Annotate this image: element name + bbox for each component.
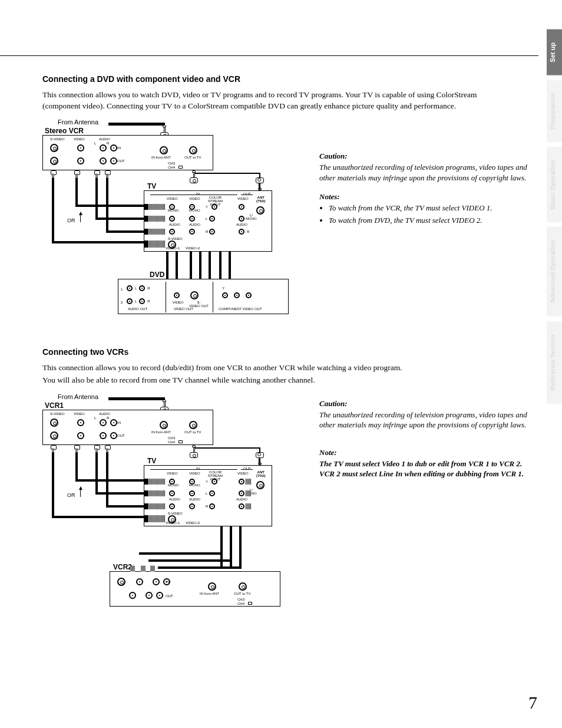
mono2: MONO (189, 209, 200, 212)
section1-title: Connecting a DVD with component video an… (42, 74, 538, 84)
cable-vid (75, 177, 78, 206)
tv-l-row (169, 216, 215, 222)
in-label: IN (117, 146, 121, 150)
section2-body2: You will also be able to record from one… (42, 375, 514, 386)
out-label: OUT (117, 159, 125, 163)
section1-side-text: Caution: The unauthorized recording of t… (319, 118, 538, 226)
note-item: To watch from DVD, the TV must select VI… (329, 215, 538, 226)
tv-plug-1 (144, 204, 166, 210)
audio1: AUDIO (169, 223, 180, 226)
section2-body1: This connection allows you to record (du… (42, 363, 514, 374)
or-arrow (79, 212, 82, 215)
video-label: VIDEO (74, 137, 85, 141)
from-antenna-label: From Antenna (58, 118, 98, 126)
audio-out-lbl: AUDIO OUT (128, 307, 147, 311)
tv-video-out: VIDEO (237, 197, 249, 200)
audio2: AUDIO (189, 223, 200, 226)
svideo-lbl: S-VIDEO (168, 237, 183, 241)
vcr-ant-in (160, 146, 168, 154)
ch3-label: CH3 (168, 162, 175, 165)
note-body-2: The TV must select Video 1 to dub or edi… (319, 459, 538, 479)
cable-sv-h (52, 241, 145, 243)
tv-video-out-port (239, 204, 244, 210)
video1-lbl: VIDEO-1 (166, 246, 180, 250)
tv-box: IN OUT VIDEO VIDEO COLOR STREAM INPUT VI… (144, 190, 272, 252)
section2-diagram: From Antenna VCR1 S-VIDEO VIDEO AUDIO L … (42, 393, 296, 623)
cable-al (95, 177, 98, 219)
comp-out-lbl: COMPONENT VIDEO OUT (219, 307, 262, 311)
tv-label-2: TV (147, 457, 156, 465)
tv-plug-sv (144, 241, 166, 248)
cable-dvd-a1 (166, 252, 168, 279)
caution-heading: Caution: (319, 151, 538, 161)
video2-lbl: VIDEO-2 (186, 246, 200, 250)
dvd-component (222, 292, 252, 298)
or-label-2: OR (67, 492, 75, 498)
cable-ar-h (106, 230, 145, 233)
note-item: To watch from the VCR, the TV must selec… (329, 203, 538, 213)
caution-body-2: The unauthorized recording of television… (319, 410, 538, 430)
vcr-out-row (50, 157, 117, 165)
tv-ant (256, 206, 265, 215)
from-antenna-label-2: From Antenna (58, 393, 98, 400)
cable-al-h (95, 218, 145, 220)
vcr-label: Stereo VCR (45, 127, 84, 135)
tv-video: VIDEO (167, 197, 178, 200)
dvd-svideo (190, 291, 199, 299)
out-to-tv-label: OUT to TV (184, 156, 201, 159)
notes-list: To watch from the VCR, the TV must selec… (319, 203, 538, 225)
audio-label: AUDIO (99, 137, 110, 141)
note-heading-2: Note: (319, 448, 538, 457)
section2-side-text: Caution: The unauthorized recording of t… (319, 393, 538, 479)
vcr2-label: VCR2 (113, 563, 132, 571)
dvd-audio-2: L R (127, 298, 150, 304)
page-content: Connecting a DVD with component video an… (0, 0, 562, 728)
vcr1-label: VCR1 (45, 401, 64, 410)
dvd-label: DVD (150, 271, 164, 279)
page-number: 7 (528, 693, 537, 713)
tv-r: R (206, 230, 208, 233)
notes-heading: Notes: (319, 192, 538, 202)
tv-l-out (239, 216, 244, 222)
or-label: OR (67, 218, 75, 223)
caution-heading-2: Caution: (319, 399, 538, 409)
ch4-label: CH4 (168, 166, 175, 169)
two: 2 (121, 301, 123, 304)
ant-label: ANT (75Ω) (256, 196, 265, 203)
cable-vid-h (75, 205, 145, 207)
audio-out: AUDIO (236, 223, 247, 226)
tv-label: TV (147, 182, 156, 190)
vcr-in-row (50, 144, 117, 152)
cable-sv (52, 177, 54, 242)
vcr-ant-out (189, 146, 197, 154)
tv-out: OUT (243, 192, 251, 196)
cable-dvd1 (190, 252, 192, 279)
antenna-bar (108, 123, 165, 126)
section2-row: From Antenna VCR1 S-VIDEO VIDEO AUDIO L … (42, 393, 538, 623)
ch-switch (178, 162, 183, 171)
vcr2-box: IN OUT IN from ANT OUT to TV CH3 CH4 (110, 571, 280, 607)
dvd-box: 1 2 L R L R AUDIO OUT VIDEO S- VIDE (118, 279, 289, 314)
dvd-video-lbl: VIDEO (173, 301, 184, 304)
y-label: Y (206, 205, 208, 209)
video-out-lbl: VIDEO OUT (174, 307, 193, 311)
section1-row: From Antenna Stereo VCR S-VIDEO VIDEO AU… (42, 118, 538, 331)
cable-dvd3 (209, 252, 211, 279)
section1-diagram: From Antenna Stereo VCR S-VIDEO VIDEO AU… (42, 118, 296, 331)
cable-dvd2 (199, 252, 201, 279)
r-out: R (247, 230, 249, 233)
tv-plug-2 (144, 216, 166, 222)
caution-body: The unauthorized recording of television… (319, 162, 538, 183)
vcr1-box: S-VIDEO VIDEO AUDIO L R IN OUT IN from (42, 410, 213, 445)
section2-title: Connecting two VCRs (42, 347, 538, 357)
one: 1 (121, 288, 123, 291)
tv-box-2: IN OUT VIDEO VIDEO COLOR STREAM INPUT VI… (144, 465, 272, 526)
coax-tv-in (254, 177, 265, 190)
cable-dvd5 (229, 252, 231, 279)
cable-dvd-a2 (176, 252, 178, 279)
antenna-bar-2 (108, 397, 165, 400)
dvd-audio-1: L R (127, 285, 150, 291)
section1-body: This connection allows you to watch DVD,… (42, 90, 514, 111)
tv-in: IN (196, 192, 200, 196)
tv-y (211, 204, 217, 210)
